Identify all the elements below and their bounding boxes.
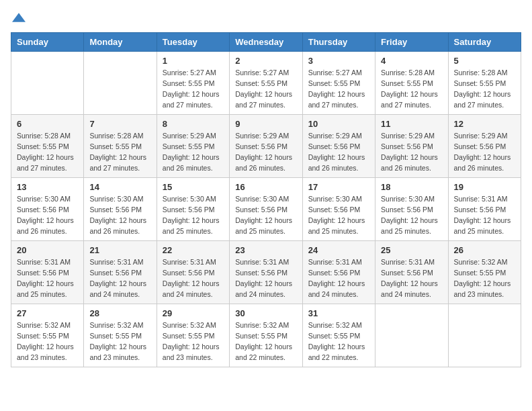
day-number: 2 (235, 56, 296, 66)
calendar-table: SundayMondayTuesdayWednesdayThursdayFrid… (11, 32, 521, 367)
day-number: 30 (235, 308, 296, 318)
day-number: 9 (235, 119, 296, 129)
calendar-cell: 31Sunrise: 5:32 AMSunset: 5:55 PMDayligh… (302, 304, 375, 367)
day-info: Sunrise: 5:31 AMSunset: 5:56 PMDaylight:… (17, 257, 78, 300)
calendar-cell: 28Sunrise: 5:32 AMSunset: 5:55 PMDayligh… (84, 304, 157, 367)
calendar-cell: 11Sunrise: 5:29 AMSunset: 5:56 PMDayligh… (375, 115, 448, 178)
day-number: 16 (235, 182, 296, 192)
day-number: 13 (17, 182, 78, 192)
day-number: 7 (89, 119, 150, 129)
weekday-header: Tuesday (157, 33, 229, 52)
calendar-cell: 20Sunrise: 5:31 AMSunset: 5:56 PMDayligh… (11, 241, 84, 304)
day-number: 18 (381, 182, 442, 192)
calendar-cell: 5Sunrise: 5:28 AMSunset: 5:55 PMDaylight… (448, 52, 521, 115)
weekday-header: Friday (375, 33, 448, 52)
day-info: Sunrise: 5:32 AMSunset: 5:55 PMDaylight:… (89, 320, 150, 363)
calendar-cell: 27Sunrise: 5:32 AMSunset: 5:55 PMDayligh… (11, 304, 84, 367)
calendar-cell: 21Sunrise: 5:31 AMSunset: 5:56 PMDayligh… (84, 241, 157, 304)
day-info: Sunrise: 5:27 AMSunset: 5:55 PMDaylight:… (235, 68, 296, 110)
calendar-cell: 14Sunrise: 5:30 AMSunset: 5:56 PMDayligh… (84, 178, 157, 241)
day-info: Sunrise: 5:29 AMSunset: 5:55 PMDaylight:… (163, 131, 224, 173)
day-number: 14 (89, 182, 150, 192)
calendar-cell (448, 304, 521, 367)
day-info: Sunrise: 5:29 AMSunset: 5:56 PMDaylight:… (381, 131, 442, 173)
day-number: 17 (308, 182, 369, 192)
day-number: 24 (308, 245, 369, 255)
day-number: 5 (454, 56, 515, 66)
day-number: 19 (454, 182, 515, 192)
calendar-week-row: 6Sunrise: 5:28 AMSunset: 5:55 PMDaylight… (11, 115, 521, 178)
day-info: Sunrise: 5:32 AMSunset: 5:55 PMDaylight:… (454, 257, 515, 300)
calendar-cell: 1Sunrise: 5:27 AMSunset: 5:55 PMDaylight… (157, 52, 229, 115)
day-number: 12 (454, 119, 515, 129)
day-info: Sunrise: 5:31 AMSunset: 5:56 PMDaylight:… (235, 257, 296, 300)
day-number: 28 (89, 308, 150, 318)
calendar-cell: 3Sunrise: 5:27 AMSunset: 5:55 PMDaylight… (302, 52, 375, 115)
calendar-cell: 4Sunrise: 5:28 AMSunset: 5:55 PMDaylight… (375, 52, 448, 115)
day-number: 29 (163, 308, 224, 318)
day-number: 11 (381, 119, 442, 129)
day-info: Sunrise: 5:30 AMSunset: 5:56 PMDaylight:… (308, 194, 369, 236)
svg-marker-0 (12, 13, 26, 22)
day-info: Sunrise: 5:30 AMSunset: 5:56 PMDaylight:… (89, 194, 150, 236)
calendar-cell: 15Sunrise: 5:30 AMSunset: 5:56 PMDayligh… (157, 178, 229, 241)
day-info: Sunrise: 5:31 AMSunset: 5:56 PMDaylight:… (163, 257, 224, 300)
day-number: 27 (17, 308, 78, 318)
calendar-body: 1Sunrise: 5:27 AMSunset: 5:55 PMDaylight… (11, 52, 521, 367)
day-info: Sunrise: 5:27 AMSunset: 5:55 PMDaylight:… (163, 68, 224, 110)
day-info: Sunrise: 5:30 AMSunset: 5:56 PMDaylight:… (235, 194, 296, 236)
weekday-header: Saturday (448, 33, 521, 52)
day-info: Sunrise: 5:29 AMSunset: 5:56 PMDaylight:… (454, 131, 515, 173)
calendar-week-row: 1Sunrise: 5:27 AMSunset: 5:55 PMDaylight… (11, 52, 521, 115)
day-number: 4 (381, 56, 442, 66)
weekday-header: Sunday (11, 33, 84, 52)
day-info: Sunrise: 5:31 AMSunset: 5:56 PMDaylight:… (454, 194, 515, 236)
calendar-cell: 12Sunrise: 5:29 AMSunset: 5:56 PMDayligh… (448, 115, 521, 178)
calendar-cell: 10Sunrise: 5:29 AMSunset: 5:56 PMDayligh… (302, 115, 375, 178)
day-number: 22 (163, 245, 224, 255)
day-info: Sunrise: 5:28 AMSunset: 5:55 PMDaylight:… (454, 68, 515, 110)
day-number: 20 (17, 245, 78, 255)
calendar-header-row: SundayMondayTuesdayWednesdayThursdayFrid… (11, 33, 521, 52)
day-number: 8 (163, 119, 224, 129)
calendar-cell (84, 52, 157, 115)
day-info: Sunrise: 5:29 AMSunset: 5:56 PMDaylight:… (235, 131, 296, 173)
logo-icon (12, 11, 26, 24)
calendar-week-row: 20Sunrise: 5:31 AMSunset: 5:56 PMDayligh… (11, 241, 521, 304)
calendar-week-row: 13Sunrise: 5:30 AMSunset: 5:56 PMDayligh… (11, 178, 521, 241)
day-info: Sunrise: 5:31 AMSunset: 5:56 PMDaylight:… (381, 257, 442, 300)
day-info: Sunrise: 5:28 AMSunset: 5:55 PMDaylight:… (89, 131, 150, 173)
day-info: Sunrise: 5:30 AMSunset: 5:56 PMDaylight:… (163, 194, 224, 236)
calendar-cell: 18Sunrise: 5:30 AMSunset: 5:56 PMDayligh… (375, 178, 448, 241)
day-number: 26 (454, 245, 515, 255)
calendar-cell (11, 52, 84, 115)
calendar-cell: 7Sunrise: 5:28 AMSunset: 5:55 PMDaylight… (84, 115, 157, 178)
day-info: Sunrise: 5:28 AMSunset: 5:55 PMDaylight:… (17, 131, 78, 173)
day-info: Sunrise: 5:32 AMSunset: 5:55 PMDaylight:… (235, 320, 296, 363)
day-info: Sunrise: 5:32 AMSunset: 5:55 PMDaylight:… (17, 320, 78, 363)
weekday-header: Wednesday (230, 33, 302, 52)
day-info: Sunrise: 5:27 AMSunset: 5:55 PMDaylight:… (308, 68, 369, 110)
calendar-cell: 19Sunrise: 5:31 AMSunset: 5:56 PMDayligh… (448, 178, 521, 241)
calendar-cell: 30Sunrise: 5:32 AMSunset: 5:55 PMDayligh… (230, 304, 302, 367)
weekday-header: Thursday (302, 33, 375, 52)
calendar-cell (375, 304, 448, 367)
calendar-cell: 2Sunrise: 5:27 AMSunset: 5:55 PMDaylight… (230, 52, 302, 115)
logo-text (11, 11, 26, 24)
day-number: 25 (381, 245, 442, 255)
day-number: 31 (308, 308, 369, 318)
day-number: 1 (163, 56, 224, 66)
day-number: 15 (163, 182, 224, 192)
day-info: Sunrise: 5:32 AMSunset: 5:55 PMDaylight:… (308, 320, 369, 363)
day-number: 21 (89, 245, 150, 255)
calendar-cell: 17Sunrise: 5:30 AMSunset: 5:56 PMDayligh… (302, 178, 375, 241)
logo (11, 11, 26, 24)
calendar-cell: 26Sunrise: 5:32 AMSunset: 5:55 PMDayligh… (448, 241, 521, 304)
day-info: Sunrise: 5:28 AMSunset: 5:55 PMDaylight:… (381, 68, 442, 110)
day-number: 10 (308, 119, 369, 129)
page-header (11, 11, 521, 24)
day-number: 6 (17, 119, 78, 129)
day-number: 23 (235, 245, 296, 255)
calendar-cell: 6Sunrise: 5:28 AMSunset: 5:55 PMDaylight… (11, 115, 84, 178)
calendar-cell: 16Sunrise: 5:30 AMSunset: 5:56 PMDayligh… (230, 178, 302, 241)
